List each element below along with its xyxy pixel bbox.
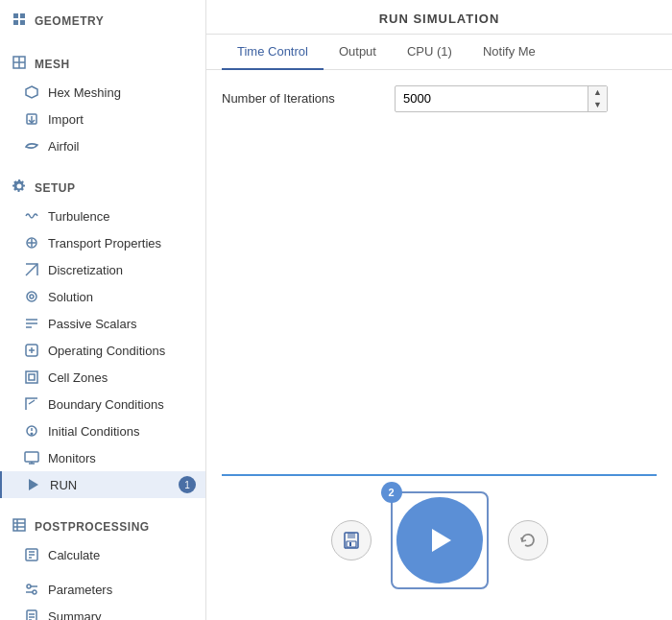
sidebar-item-monitors[interactable]: Monitors [0,444,205,471]
sidebar-item-transport[interactable]: Transport Properties [0,229,205,256]
svg-rect-44 [27,610,36,620]
airfoil-icon [23,138,40,154]
tabs-bar: Time Control Output CPU (1) Notify Me [206,35,672,70]
operating-conditions-icon [23,343,40,358]
reset-button[interactable] [508,520,548,560]
svg-marker-52 [432,529,451,552]
main-panel: RUN SIMULATION Time Control Output CPU (… [206,0,672,620]
sidebar-section-setup[interactable]: SETUP [0,171,205,203]
sidebar-section-mesh[interactable]: MESH [0,47,205,79]
tab-notify-me[interactable]: Notify Me [468,35,551,70]
iterations-increment-button[interactable]: ▲ [588,86,607,99]
svg-rect-28 [25,452,38,462]
transport-icon [23,235,40,250]
svg-rect-32 [13,519,25,531]
sidebar-item-operating-conditions[interactable]: Operating Conditions [0,337,205,364]
sidebar-item-initial-conditions[interactable]: Initial Conditions [0,417,205,444]
svg-rect-1 [20,13,25,18]
svg-rect-3 [20,20,25,25]
svg-marker-31 [29,479,38,490]
tab-cpu[interactable]: CPU (1) [392,35,468,70]
iterations-decrement-button[interactable]: ▼ [588,99,607,111]
sidebar-item-summary[interactable]: Summary [0,603,205,620]
svg-rect-23 [29,374,35,380]
transport-label: Transport Properties [48,236,161,250]
sidebar-item-passive-scalars[interactable]: Passive Scalars [0,310,205,337]
calculate-icon [23,547,40,562]
sidebar-item-cell-zones[interactable]: Cell Zones [0,364,205,391]
mesh-icon [12,55,27,73]
play-icon [422,523,457,558]
sidebar-item-hex-meshing[interactable]: Hex Meshing [0,79,205,106]
svg-point-27 [31,433,33,435]
boundary-conditions-icon [23,396,40,412]
import-label: Import [48,112,84,127]
svg-rect-22 [26,371,37,383]
reset-icon [518,531,538,550]
step-badge-2: 2 [381,482,402,503]
calculate-label: Calculate [48,548,100,562]
run-button[interactable] [396,497,483,584]
svg-rect-2 [13,20,18,25]
discretization-icon [23,262,40,277]
svg-line-24 [29,400,35,404]
sidebar-section-postprocessing[interactable]: POSTPROCESSING [0,510,205,541]
sidebar-item-calculate[interactable]: Calculate [0,541,205,568]
spacer [222,126,657,474]
mesh-label: MESH [35,58,70,71]
turbulence-icon [23,208,40,224]
iterations-label: Number of Iterations [222,91,395,106]
iterations-input-wrapper: ▲ ▼ [395,85,608,112]
airfoil-label: Airfoil [48,139,80,154]
run-button-container: 2 [391,491,489,589]
svg-point-14 [27,292,36,301]
cell-zones-label: Cell Zones [48,370,108,385]
run-button-wrapper [391,491,489,589]
sidebar-section-geometry[interactable]: GEOMETRY [0,4,205,36]
svg-point-40 [27,584,31,588]
passive-scalars-label: Passive Scalars [48,317,136,331]
sidebar-item-run[interactable]: RUN 1 [0,471,205,498]
sidebar-item-airfoil[interactable]: Airfoil [0,132,205,159]
geometry-label: GEOMETRY [35,14,104,28]
sidebar-item-parameters[interactable]: Parameters [0,576,205,603]
save-button[interactable] [331,520,372,560]
sidebar-item-discretization[interactable]: Discretization [0,256,205,283]
svg-rect-49 [348,533,355,538]
initial-conditions-label: Initial Conditions [48,424,139,439]
postprocessing-icon [12,517,27,536]
run-badge: 1 [179,476,196,493]
hex-meshing-label: Hex Meshing [48,85,121,100]
turbulence-label: Turbulence [48,209,110,224]
postprocessing-label: POSTPROCESSING [35,520,150,534]
parameters-icon [23,582,40,597]
svg-point-41 [33,590,36,594]
monitors-icon [23,450,40,465]
main-body: Number of Iterations ▲ ▼ [206,70,672,620]
svg-line-13 [26,264,37,275]
sidebar: GEOMETRY MESH Hex Meshing Import Airfoil [0,0,206,620]
solution-icon [23,289,40,304]
tab-output[interactable]: Output [324,35,392,70]
sidebar-item-import[interactable]: Import [0,106,205,132]
hex-meshing-icon [23,84,40,100]
iterations-spinbuttons: ▲ ▼ [588,86,607,111]
setup-label: SETUP [35,181,76,195]
cell-zones-icon [23,370,40,385]
tab-time-control[interactable]: Time Control [222,35,324,70]
run-simulation-header: RUN SIMULATION [206,0,672,35]
svg-point-15 [30,295,34,298]
sidebar-item-turbulence[interactable]: Turbulence [0,203,205,229]
discretization-label: Discretization [48,263,123,277]
run-label: RUN [50,478,77,492]
sidebar-item-solution[interactable]: Solution [0,283,205,310]
sidebar-item-boundary-conditions[interactable]: Boundary Conditions [0,391,205,417]
operating-conditions-label: Operating Conditions [48,344,165,358]
svg-marker-7 [26,86,37,98]
setup-icon [12,179,27,197]
run-icon [25,477,42,492]
passive-scalars-icon [23,316,40,331]
import-icon [23,111,40,127]
iterations-input[interactable] [396,87,588,109]
solution-label: Solution [48,290,93,304]
